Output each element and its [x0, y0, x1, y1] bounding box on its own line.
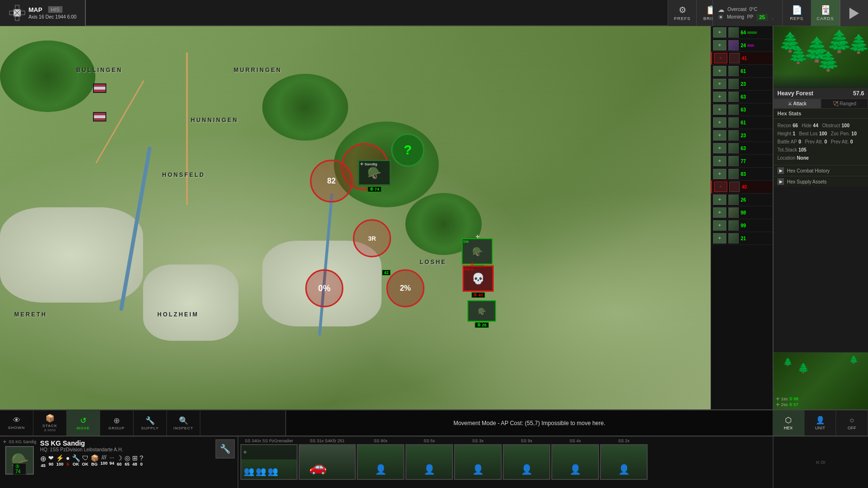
attack-tab[interactable]: ⚔ Attack [774, 99, 821, 109]
sword-icon-tab: ⚔ [788, 101, 792, 106]
two-pct-label: 2% [400, 284, 411, 293]
ss-unit-loshe[interactable]: ✛ 🪖 1ss ⑤ 83 [462, 238, 493, 264]
unit-img-3 [729, 53, 740, 63]
unit-img-10 [728, 143, 739, 153]
hex-supply-assets[interactable]: ▶ Hex Supply Assets [774, 176, 868, 187]
us-unit-2[interactable] [93, 112, 106, 122]
unit-supply-button[interactable]: 🔧 [216, 439, 235, 458]
group-btn[interactable]: ⊕ GROUP [100, 410, 134, 436]
stack-btn[interactable]: 📦 STACK & MINI [33, 410, 67, 436]
unit-mini-box-peiper: ✛ [714, 182, 727, 192]
list-item-13[interactable]: ✛ 26 [711, 193, 773, 206]
shown-btn[interactable]: 👁 SHOWN [0, 410, 33, 436]
unit-val-40: 40 [742, 184, 747, 190]
stat-zero: ? 0 [140, 454, 144, 468]
unit-val-61: 61 [741, 69, 746, 74]
tree-6: 🌲 [847, 33, 868, 54]
hex-combat-label: Hex Combat History [787, 168, 829, 173]
inspect-icon: 🔍 [179, 416, 188, 425]
inspect-btn[interactable]: 🔍 INSPECT [167, 410, 200, 436]
unit-val-63a: 63 [741, 94, 746, 100]
reps-btn[interactable]: 📄 REPS [782, 0, 811, 26]
off-btn[interactable]: ○ OFF [836, 410, 868, 436]
list-item-10[interactable]: ✛ 63 [711, 142, 773, 155]
list-item-peiper-top[interactable]: ✛ 41 [711, 52, 773, 65]
card-img-1[interactable]: 👥 👥 👥 ✛ [240, 444, 298, 480]
us-unit-1[interactable] [93, 83, 106, 93]
unit-mini-box-15: ✛ [713, 220, 726, 231]
card-img-6[interactable]: 👤 [503, 444, 550, 480]
list-item-2[interactable]: ✛ 24 [711, 39, 773, 52]
supply-icon: ▶ [777, 178, 784, 185]
list-item-6[interactable]: ✛ 63 [711, 91, 773, 103]
card-img-8[interactable]: 👤 [600, 444, 648, 480]
list-item-14[interactable]: ✛ 98 [711, 206, 773, 219]
unit-val-61b: 61 [741, 120, 746, 125]
list-item-12[interactable]: ✛ 83 [711, 168, 773, 181]
attack-circle-2[interactable]: 82 [310, 160, 353, 203]
stat-val-90: 90 [49, 462, 53, 467]
small-unit-26[interactable]: 🪖 ⑤ 26 [467, 300, 496, 322]
supply-btn[interactable]: 🔧 SUPPLY [134, 410, 167, 436]
dots-icon: ··· [110, 454, 114, 461]
battleap-stat: Battle AP 0 [777, 138, 801, 146]
hex-btn[interactable]: ⬡ HEX [773, 410, 805, 436]
card-group-3: SS 90x 👤 [357, 438, 404, 486]
card-img-3[interactable]: 👤 [357, 444, 404, 480]
play-button[interactable] [839, 0, 868, 26]
list-item-1[interactable]: ✛ 64 [711, 26, 773, 39]
unit-val-77: 77 [741, 159, 746, 164]
soldier-icon-2: 👥 [256, 466, 266, 477]
card-img-2[interactable]: 🚗 [299, 444, 356, 480]
list-item-8[interactable]: ✛ 61 [711, 116, 773, 129]
list-item-5[interactable]: ✛ 23 [711, 78, 773, 91]
play-icon [849, 8, 859, 19]
list-item-4[interactable]: ✛ 61 [711, 65, 773, 78]
map-area[interactable]: BULLINGEN MURRINGEN HUNNINGEN HONSFELD L… [0, 26, 773, 436]
stat-val-100: 100 [56, 462, 63, 467]
move-btn[interactable]: ↺ MOVE [67, 410, 100, 436]
tank-icon: 🚗 [309, 458, 327, 475]
list-item-7[interactable]: ✛ 63 [711, 103, 773, 116]
unit-val-23: 23 [741, 81, 746, 87]
location-stat: Location None [777, 154, 809, 162]
unit-btn[interactable]: 👤 UNIT [805, 410, 837, 436]
prefs-icon: ⚙ [679, 5, 686, 15]
unit-portrait: 🪖 ⑤ 74 [5, 446, 34, 475]
unknown-unit-1[interactable]: ? [391, 133, 424, 167]
stat-bg: 📦 BG [91, 454, 99, 468]
hex-combat-history[interactable]: ▶ Hex Combat History [774, 165, 868, 176]
stat-val-100b: 100 [101, 461, 108, 466]
map-tab[interactable]: MAP [29, 6, 42, 13]
bottom-panel: ✛ SS KG Sandig 🪖 ⑤ 74 SS KG Sandig HQ: 1… [0, 436, 868, 488]
prevatt2-stat: Prev Att. 0 [831, 138, 853, 146]
his-tab[interactable]: HIS [48, 6, 62, 13]
unit-val-26: 26 [741, 197, 746, 203]
german-unit-main[interactable]: 🪖 ✛ Sandig ⑤ 74 [358, 160, 391, 186]
card-img-5[interactable]: 👤 [454, 444, 502, 480]
town-hunningen: HUNNINGEN [191, 117, 238, 123]
circle-icon: ◎ [124, 454, 130, 462]
map-background[interactable]: BULLINGEN MURRINGEN HUNNINGEN HONSFELD L… [0, 26, 773, 436]
list-item-15[interactable]: ✛ 99 [711, 219, 773, 232]
hide-stat: Hide 44 [802, 122, 818, 130]
peiper-unit[interactable]: ✛ Peiper 💀 1ss ● ⑤ 40 [463, 265, 494, 292]
ranged-tab[interactable]: 🏹 Ranged [821, 99, 868, 109]
hex-stats-title: Hex Stats [774, 109, 868, 119]
list-item-peiper-ss[interactable]: ✛ 40 [711, 181, 773, 193]
hex-unit-bar: ⬡ HEX 👤 UNIT ○ OFF [773, 409, 868, 436]
stat-val-ok1: OK [72, 462, 79, 467]
axis-date: Axis 16 Dec 1944 6:00 [29, 14, 77, 20]
card-img-7[interactable]: 👤 [551, 444, 599, 480]
list-item-9[interactable]: ✛ 23 [711, 129, 773, 142]
card-img-4[interactable]: 👤 [405, 444, 453, 480]
list-item-16[interactable]: ✛ 21 [711, 232, 773, 245]
list-item-11[interactable]: ✛ 77 [711, 155, 773, 168]
weather-condition: Overcast [727, 7, 746, 12]
unit-val-2: 24 [741, 43, 746, 48]
prefs-btn[interactable]: ⚙ PREFS [668, 0, 696, 26]
move-label: MOVE [77, 426, 90, 430]
stat-94: ··· 94 [110, 454, 114, 468]
bottom-right-placeholder: Ic Or [773, 437, 868, 488]
cards-btn[interactable]: 🃏 CARDS [811, 0, 839, 26]
